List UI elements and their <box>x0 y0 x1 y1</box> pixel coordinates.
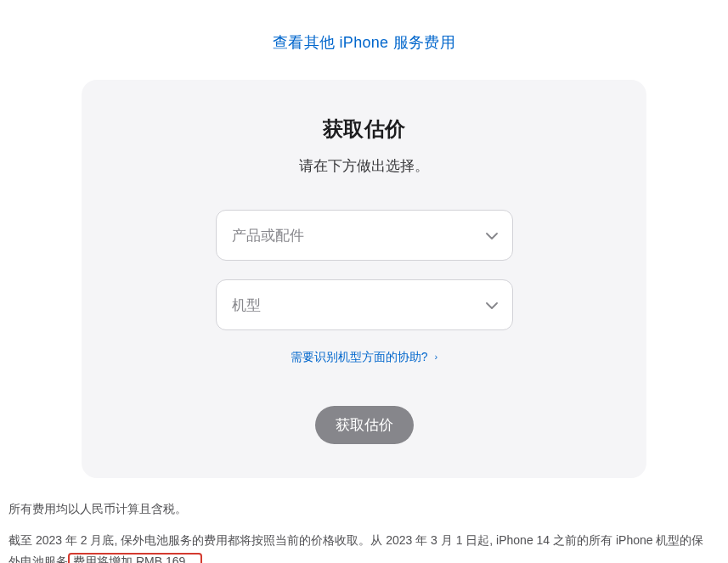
identify-model-help-link[interactable]: 需要识别机型方面的协助? › <box>291 350 437 363</box>
model-select[interactable]: 机型 <box>216 279 513 330</box>
product-select[interactable]: 产品或配件 <box>216 210 513 261</box>
chevron-right-icon: › <box>435 352 438 362</box>
disclaimer-line-1: 所有费用均以人民币计算且含税。 <box>8 498 714 520</box>
view-other-services-link[interactable]: 查看其他 iPhone 服务费用 <box>273 34 455 51</box>
price-increase-highlight: 费用将增加 RMB 169。 <box>68 553 202 563</box>
top-link-container: 查看其他 iPhone 服务费用 <box>0 0 728 80</box>
product-select-wrap: 产品或配件 <box>216 210 513 261</box>
disclaimer-line-2: 截至 2023 年 2 月底, 保外电池服务的费用都将按照当前的价格收取。从 2… <box>8 530 714 563</box>
disclaimer-section: 所有费用均以人民币计算且含税。 截至 2023 年 2 月底, 保外电池服务的费… <box>8 498 714 563</box>
help-link-label: 需要识别机型方面的协助? <box>291 350 428 363</box>
model-select-wrap: 机型 <box>216 279 513 330</box>
help-link-container: 需要识别机型方面的协助? › <box>116 349 612 365</box>
get-estimate-button[interactable]: 获取估价 <box>315 406 414 444</box>
card-subtitle: 请在下方做出选择。 <box>116 156 612 176</box>
estimate-card: 获取估价 请在下方做出选择。 产品或配件 机型 需要识别机型方面的协助? › 获… <box>82 80 646 478</box>
card-title: 获取估价 <box>116 115 612 143</box>
